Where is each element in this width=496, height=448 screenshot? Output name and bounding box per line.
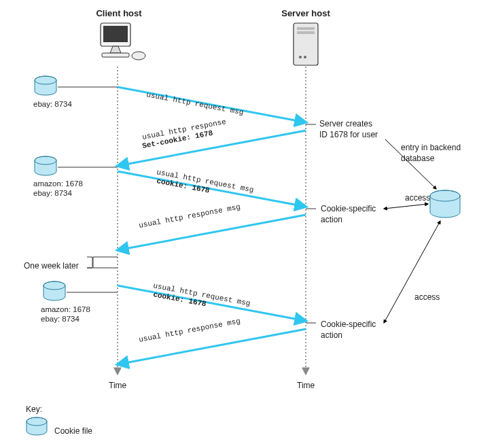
svg-rect-2 (102, 53, 129, 57)
key-cookie-icon (26, 417, 47, 435)
msg-3-arrow (118, 171, 306, 207)
msg-6-text: usual http response msg (138, 317, 241, 344)
access-1-arrow (384, 204, 428, 209)
svg-point-7 (299, 56, 302, 58)
svg-rect-6 (297, 31, 315, 34)
svg-rect-5 (297, 27, 315, 30)
database-icon (430, 190, 460, 218)
week-bracket-lines (93, 257, 118, 268)
access-2-arrow (384, 221, 440, 323)
svg-rect-1 (103, 26, 128, 42)
svg-point-3 (132, 52, 145, 60)
msg-1-text: usual http request msg (145, 90, 244, 117)
cookie-file-2-icon (35, 156, 56, 175)
cookie-file-1-icon (35, 76, 56, 95)
msg-5-arrow (118, 286, 306, 321)
diagram-canvas: usual http request msg usual http respon… (0, 0, 496, 448)
server-icon (294, 23, 318, 65)
entry-to-db-arrow (385, 139, 436, 189)
computer-icon (101, 23, 145, 60)
cookie-file-3-icon (43, 281, 65, 300)
msg-4-text: usual http response msg (138, 203, 241, 230)
week-bracket-icon (87, 257, 92, 268)
svg-point-8 (304, 56, 306, 58)
